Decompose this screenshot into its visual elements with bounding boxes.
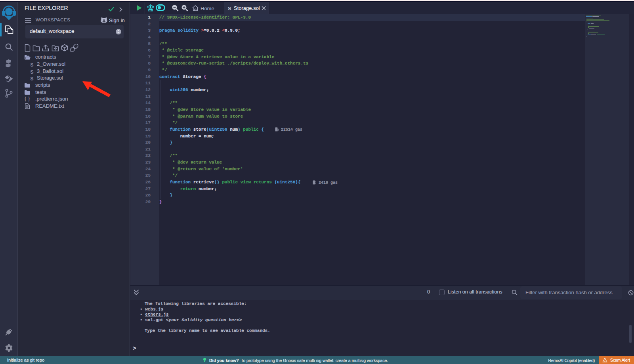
svg-text:S: S: [31, 69, 34, 74]
svg-text:S: S: [31, 62, 34, 67]
svg-text:S: S: [31, 76, 34, 81]
svg-text:S: S: [228, 6, 231, 11]
